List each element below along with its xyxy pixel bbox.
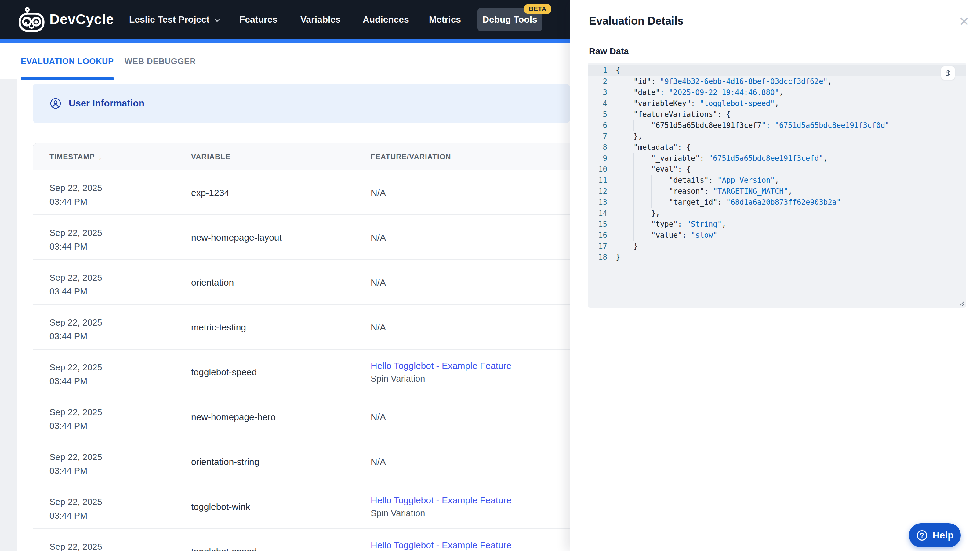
code-line: 4"variableKey": "togglebot-speed", (588, 98, 966, 109)
code-line: 11"details": "App Version", (588, 175, 966, 186)
variable-cell: exp-1234 (191, 170, 229, 215)
line-number: 11 (588, 175, 607, 186)
timestamp-cell: Sep 22, 202503:44 PM (49, 540, 102, 551)
line-number: 12 (588, 186, 607, 197)
nav-item-audiences[interactable]: Audiences (363, 0, 409, 39)
feature-na-value: N/A (371, 457, 386, 467)
code-line: 1{ (588, 65, 966, 76)
tab-web-debugger[interactable]: WEB DEBUGGER (124, 43, 196, 79)
feature-header-label: FEATURE/VARIATION (371, 152, 451, 161)
code-text: "reason": "TARGETING_MATCH", (616, 186, 792, 197)
line-number: 5 (588, 109, 607, 120)
line-number: 14 (588, 208, 607, 219)
help-button[interactable]: Help (909, 523, 961, 547)
devcycle-robot-icon (18, 7, 45, 32)
code-line: 8"metadata": { (588, 142, 966, 153)
code-text: } (616, 241, 638, 252)
code-line: 17} (588, 241, 966, 252)
user-information-banner[interactable]: User Information (33, 84, 570, 123)
copy-button[interactable] (941, 66, 955, 80)
code-line: 13"target_id": "68d1a6a20b873ff62e903b2a… (588, 197, 966, 208)
code-text: "type": "String", (616, 219, 726, 230)
line-number: 3 (588, 87, 607, 98)
code-line: 12"reason": "TARGETING_MATCH", (588, 186, 966, 197)
project-name: Leslie Test Project (129, 14, 210, 25)
devcycle-logo[interactable]: DevCycle (18, 7, 114, 32)
table-row[interactable]: Sep 22, 202503:44 PMnew-homepage-heroN/A (33, 394, 570, 439)
code-line: 6"6751d5a65bdc8ee191f3cef7": "6751d5a65b… (588, 120, 966, 131)
line-number: 2 (588, 76, 607, 87)
code-line: 15"type": "String", (588, 219, 966, 230)
feature-cell: N/A (371, 394, 386, 439)
feature-link[interactable]: Hello Togglebot - Example Feature (371, 494, 511, 507)
project-selector[interactable]: Leslie Test Project (129, 0, 220, 39)
timestamp-cell: Sep 22, 202503:44 PM (49, 360, 102, 388)
table-row[interactable]: Sep 22, 202503:44 PMtogglebot-speedHello… (33, 529, 570, 551)
line-number: 4 (588, 98, 607, 109)
variable-cell: new-homepage-layout (191, 215, 282, 260)
timestamp-cell: Sep 22, 202503:44 PM (49, 181, 102, 209)
code-text: } (616, 252, 620, 263)
feature-link[interactable]: Hello Togglebot - Example Feature (371, 359, 511, 372)
feature-cell: Hello Togglebot - Example FeatureSpin Va… (371, 529, 511, 551)
line-number: 9 (588, 153, 607, 164)
code-text: }, (616, 131, 642, 142)
raw-data-label: Raw Data (589, 46, 629, 56)
column-header-variable: VARIABLE (191, 143, 231, 170)
table-body: Sep 22, 202503:44 PMexp-1234N/ASep 22, 2… (33, 170, 570, 551)
feature-na-value: N/A (371, 187, 386, 198)
code-line: 2"id": "9f3e4b32-6ebb-4d16-8bef-03dccf3d… (588, 76, 966, 87)
table-header: TIMESTAMP ↓ VARIABLE FEATURE/VARIATION (33, 143, 570, 170)
table-row[interactable]: Sep 22, 202503:44 PMorientation-stringN/… (33, 439, 570, 484)
code-line: 14}, (588, 208, 966, 219)
timestamp-cell: Sep 22, 202503:44 PM (49, 405, 102, 433)
raw-data-code-block: 1{2"id": "9f3e4b32-6ebb-4d16-8bef-03dccf… (588, 63, 966, 308)
timestamp-cell: Sep 22, 202503:44 PM (49, 316, 102, 343)
help-button-label: Help (932, 530, 953, 541)
evaluation-details-panel: Evaluation Details ✕ Raw Data 1{2"id": "… (570, 0, 980, 551)
column-header-timestamp[interactable]: TIMESTAMP ↓ (49, 143, 102, 170)
table-row[interactable]: Sep 22, 202503:44 PMexp-1234N/A (33, 170, 570, 215)
table-row[interactable]: Sep 22, 202503:44 PMmetric-testingN/A (33, 305, 570, 349)
code-text: "id": "9f3e4b32-6ebb-4d16-8bef-03dccf3df… (616, 76, 832, 87)
table-row[interactable]: Sep 22, 202503:44 PMtogglebot-speedHello… (33, 349, 570, 394)
line-number: 1 (588, 65, 607, 76)
nav-item-variables[interactable]: Variables (301, 0, 341, 39)
variation-label: Spin Variation (371, 372, 511, 385)
variable-cell: togglebot-wink (191, 484, 250, 529)
code-lines: 1{2"id": "9f3e4b32-6ebb-4d16-8bef-03dccf… (588, 65, 966, 263)
nav-item-features[interactable]: Features (239, 0, 277, 39)
code-text: "date": "2025-09-22 19:44:46.880", (616, 87, 783, 98)
user-information-title: User Information (69, 98, 145, 109)
line-number: 18 (588, 252, 607, 263)
feature-link[interactable]: Hello Togglebot - Example Feature (371, 539, 511, 551)
code-text: "_variable": "6751d5a65bdc8ee191f3cefd", (616, 153, 828, 164)
column-header-feature: FEATURE/VARIATION (371, 143, 451, 170)
variation-label: Spin Variation (371, 507, 511, 519)
brand-name: DevCycle (49, 11, 114, 27)
feature-cell: N/A (371, 215, 386, 260)
variable-cell: orientation-string (191, 439, 259, 484)
app-root: DevCycle Leslie Test Project Features Va… (0, 0, 980, 551)
code-text: { (616, 65, 620, 76)
code-text: "metadata": { (616, 142, 691, 153)
variable-cell: orientation (191, 260, 234, 305)
table-row[interactable]: Sep 22, 202503:44 PMtogglebot-winkHello … (33, 484, 570, 529)
variable-header-label: VARIABLE (191, 152, 231, 161)
feature-cell: Hello Togglebot - Example FeatureSpin Va… (371, 484, 511, 529)
timestamp-cell: Sep 22, 202503:44 PM (49, 271, 102, 299)
table-row[interactable]: Sep 22, 202503:44 PMorientationN/A (33, 260, 570, 305)
resize-handle-icon[interactable] (958, 300, 965, 307)
code-text: "target_id": "68d1a6a20b873ff62e903b2a" (616, 197, 841, 208)
tab-evaluation-lookup[interactable]: EVALUATION LOOKUP (21, 43, 114, 79)
table-row[interactable]: Sep 22, 202503:44 PMnew-homepage-layoutN… (33, 215, 570, 260)
close-icon[interactable]: ✕ (956, 13, 973, 30)
main-content: User Information TIMESTAMP ↓ VARIABLE FE… (18, 79, 570, 551)
code-line: 16"value": "slow" (588, 230, 966, 241)
feature-cell: Hello Togglebot - Example FeatureSpin Va… (371, 349, 511, 394)
feature-na-value: N/A (371, 277, 386, 288)
line-number: 8 (588, 142, 607, 153)
panel-title: Evaluation Details (589, 15, 684, 27)
code-text: "eval": { (616, 164, 691, 175)
nav-item-metrics[interactable]: Metrics (429, 0, 461, 39)
